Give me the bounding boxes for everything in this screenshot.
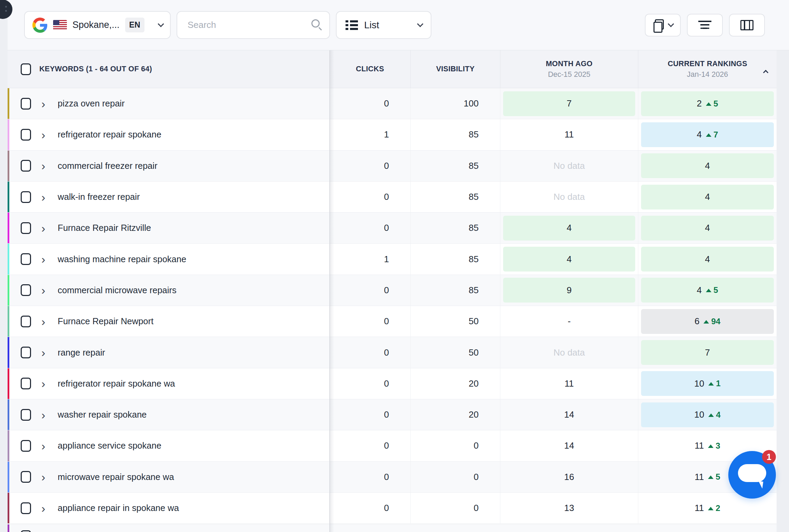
- keyword-label[interactable]: pizza oven repair: [58, 99, 124, 109]
- keyword-label[interactable]: appliance repair in spokane wa: [58, 503, 179, 513]
- clicks-value: 1: [329, 244, 410, 274]
- expand-chevron-icon[interactable]: ›: [41, 98, 45, 110]
- search-input[interactable]: [188, 20, 301, 30]
- row-checkbox[interactable]: [21, 253, 31, 265]
- table-row: › appliance service spokane 0 0 14 11 3: [8, 430, 777, 461]
- row-checkbox[interactable]: [21, 409, 31, 421]
- row-checkbox[interactable]: [21, 191, 31, 203]
- expand-chevron-icon[interactable]: ›: [41, 440, 45, 452]
- expand-chevron-icon[interactable]: ›: [41, 191, 45, 203]
- row-checkbox[interactable]: [21, 284, 31, 296]
- keyword-color-bar: [8, 151, 9, 181]
- header-clicks[interactable]: CLICKS: [329, 50, 410, 88]
- table-row: › pizza oven repair 0 100 7 2 5: [8, 88, 777, 119]
- expand-chevron-icon[interactable]: ›: [41, 222, 45, 234]
- visibility-value: 20: [410, 368, 500, 399]
- row-checkbox[interactable]: [21, 378, 31, 389]
- search-engine-location-selector[interactable]: Spokane,... EN: [24, 11, 171, 39]
- month-ago-value: No data: [503, 153, 635, 178]
- chat-widget-button[interactable]: 1: [728, 451, 776, 499]
- current-rank-value: 2 5: [641, 91, 774, 116]
- expand-chevron-icon[interactable]: ›: [41, 471, 45, 483]
- keyword-label[interactable]: commercial freezer repair: [58, 161, 157, 171]
- search-icon: [311, 19, 320, 28]
- keyword-label[interactable]: Furnace Repair Ritzville: [58, 223, 151, 233]
- header-visibility[interactable]: VISIBILITY: [410, 50, 500, 88]
- keyword-color-bar: [8, 306, 9, 337]
- table-row: › appliance repair in spokane wa 0 0 13 …: [8, 493, 777, 524]
- clicks-value: 0: [329, 213, 410, 243]
- row-checkbox[interactable]: [21, 129, 31, 141]
- keyword-label[interactable]: microwave repair spokane wa: [58, 472, 174, 482]
- visibility-value: 85: [410, 213, 500, 243]
- current-rank-value: 7: [641, 340, 774, 365]
- table-body: › pizza oven repair 0 100 7 2 5 › refrig…: [8, 88, 777, 524]
- row-checkbox[interactable]: [21, 316, 31, 327]
- month-ago-value: 7: [503, 91, 635, 116]
- filter-button[interactable]: [687, 14, 723, 37]
- table-row: › commercial freezer repair 0 85 No data…: [8, 151, 777, 182]
- keyword-label[interactable]: refrigerator repair spokane wa: [58, 379, 175, 389]
- row-checkbox[interactable]: [21, 222, 31, 234]
- row-checkbox[interactable]: [21, 471, 31, 483]
- visibility-value: 50: [410, 337, 500, 368]
- table-row-partial: [8, 524, 777, 532]
- current-rankings-date: Jan-14 2026: [687, 70, 728, 79]
- view-mode-dropdown[interactable]: List: [336, 11, 431, 39]
- copy-icon: [653, 19, 665, 31]
- row-checkbox[interactable]: [21, 347, 31, 358]
- expand-chevron-icon[interactable]: ›: [41, 284, 45, 296]
- table-row: › washer repair spokane 0 20 14 10 4: [8, 399, 777, 430]
- expand-chevron-icon[interactable]: ›: [41, 316, 45, 327]
- expand-chevron-icon[interactable]: ›: [41, 347, 45, 358]
- clicks-value: 0: [329, 493, 410, 523]
- expand-chevron-icon[interactable]: ›: [41, 502, 45, 514]
- row-checkbox[interactable]: [21, 530, 31, 532]
- keyword-search[interactable]: [177, 11, 330, 39]
- clicks-value: 0: [329, 462, 410, 492]
- expand-chevron-icon[interactable]: ›: [41, 409, 45, 421]
- table-row: › microwave repair spokane wa 0 0 16 11 …: [8, 462, 777, 493]
- row-checkbox[interactable]: [21, 98, 31, 110]
- arrow-up-icon: [708, 382, 714, 386]
- table-row: › refrigerator repair spokane 1 85 11 4 …: [8, 119, 777, 150]
- table-row: › washing machine repair spokane 1 85 4 …: [8, 244, 777, 275]
- keyword-label[interactable]: range repair: [58, 348, 105, 358]
- month-ago-value: 9: [503, 278, 635, 303]
- month-ago-value: No data: [503, 340, 635, 365]
- row-checkbox[interactable]: [21, 502, 31, 514]
- visibility-value: 85: [410, 151, 500, 181]
- clicks-value: 0: [329, 337, 410, 368]
- keyword-label[interactable]: Furnace Repair Newport: [58, 316, 153, 326]
- keyword-color-bar: [8, 430, 9, 461]
- arrow-up-icon: [708, 444, 713, 448]
- month-ago-value: No data: [503, 185, 635, 209]
- filter-icon: [698, 21, 711, 30]
- chat-bubble-tail: [758, 481, 763, 489]
- expand-chevron-icon[interactable]: ›: [41, 253, 45, 265]
- sort-ascending-icon[interactable]: [764, 68, 768, 76]
- keyword-label[interactable]: washing machine repair spokane: [58, 254, 186, 264]
- visibility-value: 0: [410, 430, 500, 461]
- columns-settings-button[interactable]: [729, 14, 765, 37]
- expand-chevron-icon[interactable]: ›: [41, 160, 45, 172]
- current-rank-value: 4 7: [641, 122, 774, 147]
- keyword-label[interactable]: commercial microwave repairs: [58, 285, 176, 295]
- header-month-ago[interactable]: MONTH AGO Dec-15 2025: [500, 50, 638, 88]
- keyword-label[interactable]: appliance service spokane: [58, 441, 161, 451]
- row-checkbox[interactable]: [21, 440, 31, 452]
- keyword-label[interactable]: washer repair spokane: [58, 410, 147, 420]
- keyword-color-bar: [8, 244, 9, 274]
- select-all-checkbox[interactable]: [21, 63, 31, 75]
- keyword-color-bar: [8, 462, 9, 492]
- rank-change: 1: [708, 379, 720, 388]
- rank-change: 5: [708, 472, 720, 482]
- keyword-label[interactable]: refrigerator repair spokane: [58, 130, 161, 140]
- visibility-value: 85: [410, 244, 500, 274]
- expand-chevron-icon[interactable]: ›: [41, 378, 45, 389]
- copy-export-button[interactable]: [645, 14, 681, 37]
- row-checkbox[interactable]: [21, 160, 31, 172]
- keyword-label[interactable]: walk-in freezer repair: [58, 192, 140, 202]
- expand-chevron-icon[interactable]: ›: [41, 129, 45, 141]
- header-current-rankings[interactable]: CURRENT RANKINGS Jan-14 2026: [638, 50, 777, 88]
